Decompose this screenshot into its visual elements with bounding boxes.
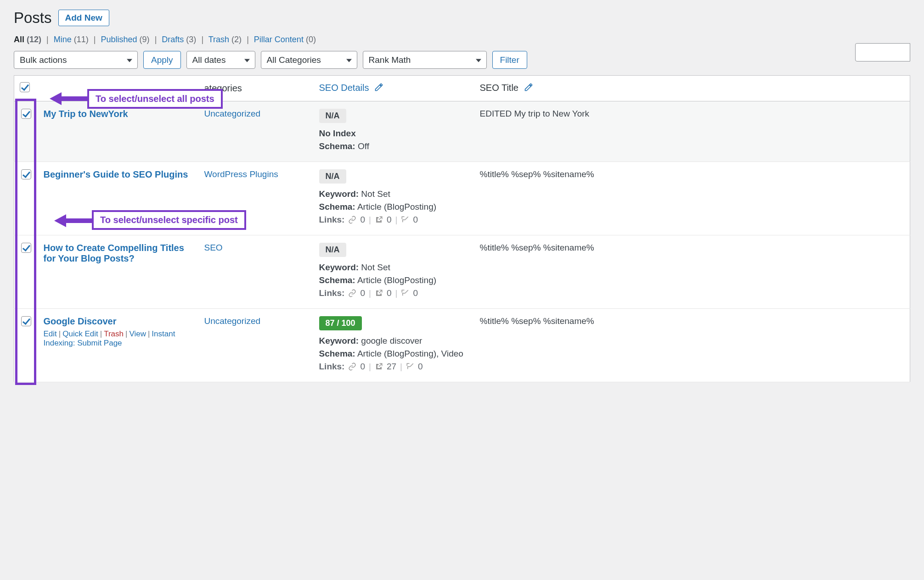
seo-score-badge: 87 / 100 <box>319 316 362 330</box>
external-link-icon <box>375 216 383 224</box>
quick-edit-link[interactable]: Quick Edit <box>62 329 98 338</box>
annotation-select-all: To select/unselect all posts <box>87 89 223 109</box>
filter-pillar[interactable]: Pillar Content (0) <box>254 35 316 44</box>
search-input[interactable] <box>855 43 910 61</box>
seo-score-badge: N/A <box>319 169 346 184</box>
filter-all[interactable]: All (12) <box>14 35 44 44</box>
view-link[interactable]: View <box>129 329 146 338</box>
categories-select[interactable]: All Categories <box>261 51 357 69</box>
select-all-checkbox[interactable] <box>20 82 30 92</box>
post-title-link[interactable]: Google Discover <box>44 316 117 326</box>
link-icon <box>348 289 356 297</box>
table-row: How to Create Compelling Titles for Your… <box>14 235 910 309</box>
links-line: Links: 0 | 0 | 0 <box>319 288 469 298</box>
row-checkbox[interactable] <box>21 243 31 253</box>
column-seo-title[interactable]: SEO Title <box>474 76 910 101</box>
keyword-line: Keyword: Not Set <box>319 262 469 273</box>
trash-link[interactable]: Trash <box>104 329 124 338</box>
keyword-line: Keyword: google discover <box>319 336 469 346</box>
table-row: Google DiscoverEdit|Quick Edit|Trash|Vie… <box>14 309 910 382</box>
category-link[interactable]: Uncategorized <box>204 316 261 326</box>
keyword-line: Keyword: Not Set <box>319 189 469 199</box>
filter-drafts[interactable]: Drafts (3) <box>162 35 198 44</box>
rankmath-select[interactable]: Rank Math <box>363 51 487 69</box>
category-link[interactable]: WordPress Plugins <box>204 169 278 179</box>
filter-trash[interactable]: Trash (2) <box>208 35 244 44</box>
seo-score-badge: N/A <box>319 109 346 123</box>
schema-line: Schema: Article (BlogPosting) <box>319 202 469 212</box>
external-link-icon <box>375 362 383 371</box>
pencil-icon[interactable] <box>374 83 383 94</box>
row-checkbox[interactable] <box>21 169 31 179</box>
link-icon <box>348 362 356 371</box>
schema-line: Schema: Off <box>319 141 469 151</box>
post-title-link[interactable]: Beginner's Guide to SEO Plugins <box>44 169 188 179</box>
edit-link[interactable]: Edit <box>44 329 57 338</box>
add-new-button[interactable]: Add New <box>58 10 109 26</box>
column-seo-details[interactable]: SEO Details <box>314 76 474 101</box>
schema-line: Schema: Article (BlogPosting), Video <box>319 349 469 359</box>
incoming-link-icon <box>406 362 414 371</box>
links-line: Links: 0 | 27 | 0 <box>319 362 469 372</box>
post-title-link[interactable]: My Trip to NewYork <box>44 109 128 119</box>
seo-score-badge: N/A <box>319 243 346 257</box>
seo-title-cell: %title% %sep% %sitename% <box>474 162 910 235</box>
page-title: Posts <box>14 9 52 27</box>
seo-title-cell: EDITED My trip to New York <box>474 101 910 162</box>
table-row: My Trip to NewYorkUncategorizedN/ANo Ind… <box>14 101 910 162</box>
seo-title-cell: %title% %sep% %sitename% <box>474 235 910 309</box>
links-line: Links: 0 | 0 | 0 <box>319 215 469 225</box>
incoming-link-icon <box>401 289 409 297</box>
filter-links: All (12) | Mine (11) | Published (9) | D… <box>14 35 910 45</box>
category-link[interactable]: Uncategorized <box>204 109 261 118</box>
apply-button[interactable]: Apply <box>143 51 181 69</box>
pencil-icon[interactable] <box>524 83 533 94</box>
schema-line: Schema: Article (BlogPosting) <box>319 275 469 285</box>
link-icon <box>348 216 356 224</box>
filter-button[interactable]: Filter <box>492 51 527 69</box>
annotation-select-one: To select/unselect specific post <box>92 210 246 230</box>
bulk-actions-select[interactable]: Bulk actions <box>14 51 138 69</box>
row-actions: Edit|Quick Edit|Trash|View|Instant Index… <box>44 329 193 348</box>
seo-title-cell: %title% %sep% %sitename% <box>474 309 910 382</box>
filter-published[interactable]: Published (9) <box>101 35 152 44</box>
category-link[interactable]: SEO <box>204 243 223 252</box>
incoming-link-icon <box>401 216 409 224</box>
row-checkbox[interactable] <box>21 109 31 119</box>
filter-mine[interactable]: Mine (11) <box>54 35 91 44</box>
external-link-icon <box>375 289 383 297</box>
row-checkbox[interactable] <box>21 316 31 326</box>
dates-select[interactable]: All dates <box>186 51 255 69</box>
no-index-label: No Index <box>319 128 469 139</box>
post-title-link[interactable]: How to Create Compelling Titles for Your… <box>44 243 184 263</box>
